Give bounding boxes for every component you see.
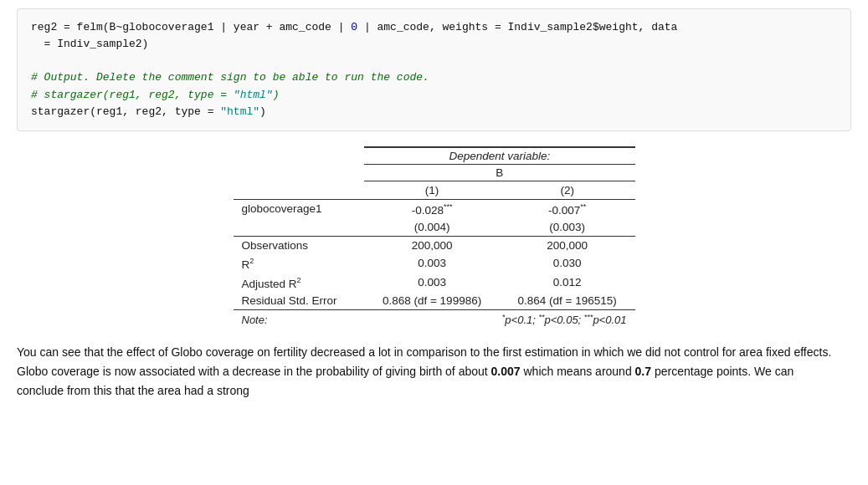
row-se-globo-2: (0.003) (500, 218, 635, 237)
row-val-rse-2: 0.864 (df = 196515) (500, 292, 635, 310)
row-label-adj-r2: Adjusted R2 (234, 273, 365, 293)
stat-table: Dependent variable: B (1) (2) globocover… (234, 146, 635, 329)
code-line-1: reg2 = felm(B~globocoverage1 | year + am… (31, 19, 837, 36)
row-label-globo: globocoverage1 (234, 199, 365, 218)
note-val: *p<0.1; **p<0.05; ***p<0.01 (364, 310, 634, 329)
col-header-1: (1) (364, 181, 500, 199)
row-val-obs-2: 200,000 (500, 237, 635, 255)
row-val-globo-1: -0.028*** (364, 199, 500, 218)
row-label-obs: Observations (234, 237, 365, 255)
row-val-rse-1: 0.868 (df = 199986) (364, 292, 500, 310)
row-label-rse: Residual Std. Error (234, 292, 365, 310)
dep-label-empty (234, 147, 365, 165)
paragraph: You can see that the effect of Globo cov… (17, 343, 837, 401)
table-note-row: Note: *p<0.1; **p<0.05; ***p<0.01 (234, 310, 635, 329)
row-se-globo-1: (0.004) (364, 218, 500, 237)
table-row-globo: globocoverage1 -0.028*** -0.007** (234, 199, 635, 218)
table-row-globo-se: (0.004) (0.003) (234, 218, 635, 237)
code-block: reg2 = felm(B~globocoverage1 | year + am… (17, 8, 851, 131)
dep-var-label: Dependent variable: (364, 147, 634, 165)
note-label: Note: (234, 310, 365, 329)
col-header-empty (234, 181, 365, 199)
row-val-adj-r2-2: 0.012 (500, 273, 635, 293)
row-label-r2: R2 (234, 254, 365, 273)
table-row-r2: R2 0.003 0.030 (234, 254, 635, 273)
row-val-r2-2: 0.030 (500, 254, 635, 273)
table-row-adj-r2: Adjusted R2 0.003 0.012 (234, 273, 635, 293)
table-row-rse: Residual Std. Error 0.868 (df = 199986) … (234, 292, 635, 310)
row-val-obs-1: 200,000 (364, 237, 500, 255)
code-line-active: stargazer(reg1, reg2, type = "html") (31, 104, 837, 120)
row-val-adj-r2-1: 0.003 (364, 273, 500, 293)
row-val-globo-2: -0.007** (500, 199, 635, 218)
code-comment-2: # stargazer(reg1, reg2, type = "html") (31, 87, 837, 104)
row-val-r2-1: 0.003 (364, 254, 500, 273)
code-line-2: = Indiv_sample2) (31, 36, 837, 53)
table-row-obs: Observations 200,000 200,000 (234, 237, 635, 255)
b-label-empty (234, 164, 365, 181)
col-header-2: (2) (500, 181, 635, 199)
dep-var-name: B (364, 164, 634, 181)
code-comment-1: # Output. Delete the comment sign to be … (31, 69, 837, 86)
stat-table-wrapper: Dependent variable: B (1) (2) globocover… (17, 146, 851, 329)
row-label-globo-se-empty (234, 218, 365, 237)
